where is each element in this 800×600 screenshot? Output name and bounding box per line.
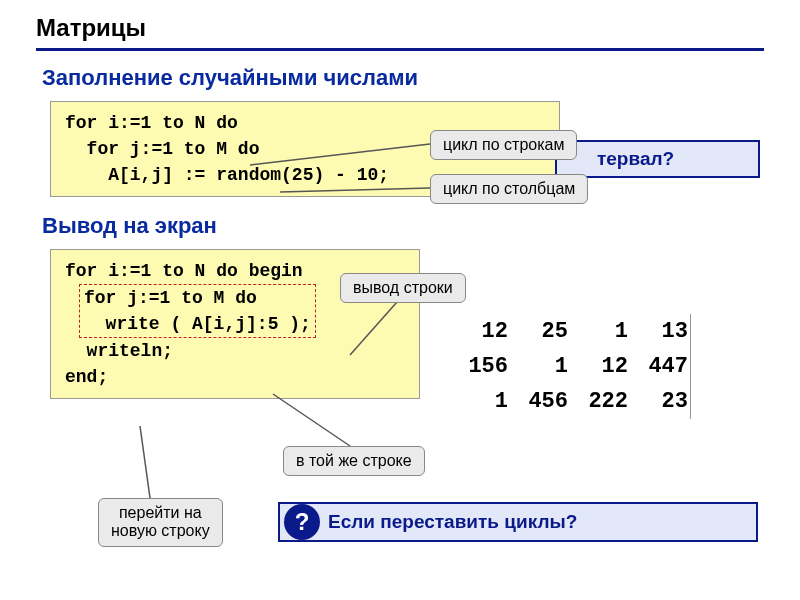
code-block-print: for i:=1 to N do begin for j:=1 to M do … [50,249,420,399]
question-swap: ? Если переставить циклы? [278,502,758,542]
code-line: for j:=1 to M do [84,285,311,311]
table-row: 145622223 [450,384,690,419]
callout-newline: перейти на новую строку [98,498,223,547]
callout-cols: цикл по столбцам [430,174,588,204]
code-line: end; [65,364,405,390]
table-row: 156112447 [450,349,690,384]
svg-line-4 [140,426,150,498]
table-row: 1225113 [450,314,690,349]
section2-heading: Вывод на экран [42,213,764,239]
matrix-output: 1225113 156112447 145622223 [450,314,691,419]
callout-sameline: в той же строке [283,446,425,476]
question-interval: тервал? [555,140,760,178]
code-line: write ( A[i,j]:5 ); [84,311,311,337]
page-title: Матрицы [36,14,764,42]
question-mark-icon: ? [284,504,320,540]
callout-rows: цикл по строкам [430,130,577,160]
title-rule [36,48,764,51]
code-line: writeln; [65,338,405,364]
section1-heading: Заполнение случайными числами [42,65,764,91]
inner-loop-box: for j:=1 to M do write ( A[i,j]:5 ); [79,284,316,338]
callout-outrow: вывод строки [340,273,466,303]
question-label: Если переставить циклы? [328,511,577,533]
question-label: тервал? [597,148,674,170]
